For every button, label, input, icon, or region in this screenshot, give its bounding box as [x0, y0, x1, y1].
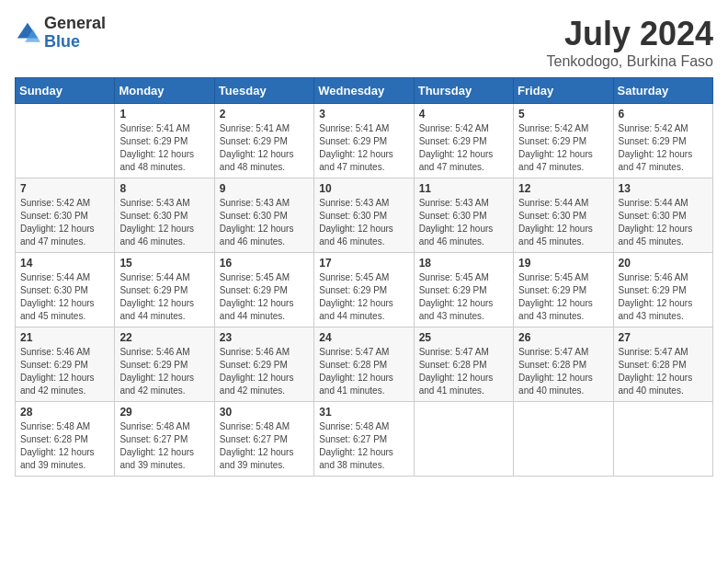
day-number: 16 [220, 257, 309, 270]
day-number: 22 [119, 331, 209, 344]
day-info: Sunrise: 5:41 AM Sunset: 6:29 PM Dayligh… [220, 122, 309, 174]
day-number: 18 [419, 257, 508, 270]
day-info: Sunrise: 5:46 AM Sunset: 6:29 PM Dayligh… [619, 271, 708, 323]
calendar-cell: 6Sunrise: 5:42 AM Sunset: 6:29 PM Daylig… [613, 104, 712, 178]
day-number: 6 [619, 108, 708, 121]
calendar-cell: 7Sunrise: 5:42 AM Sunset: 6:30 PM Daylig… [16, 178, 115, 253]
day-number: 30 [220, 406, 309, 419]
calendar-cell: 5Sunrise: 5:42 AM Sunset: 6:29 PM Daylig… [514, 104, 613, 178]
calendar-cell: 29Sunrise: 5:48 AM Sunset: 6:27 PM Dayli… [115, 402, 214, 477]
day-number: 13 [619, 182, 708, 195]
day-info: Sunrise: 5:46 AM Sunset: 6:29 PM Dayligh… [220, 346, 309, 397]
calendar-week-3: 14Sunrise: 5:44 AM Sunset: 6:30 PM Dayli… [16, 253, 713, 327]
day-info: Sunrise: 5:44 AM Sunset: 6:30 PM Dayligh… [20, 271, 109, 323]
calendar-cell: 15Sunrise: 5:44 AM Sunset: 6:29 PM Dayli… [115, 253, 214, 327]
calendar-table: SundayMondayTuesdayWednesdayThursdayFrid… [15, 77, 713, 477]
day-header-thursday: Thursday [414, 78, 513, 104]
calendar-cell: 30Sunrise: 5:48 AM Sunset: 6:27 PM Dayli… [214, 402, 313, 477]
calendar-week-4: 21Sunrise: 5:46 AM Sunset: 6:29 PM Dayli… [16, 327, 713, 402]
day-number: 2 [220, 108, 309, 121]
day-number: 1 [119, 108, 209, 121]
day-number: 12 [518, 182, 608, 195]
day-header-saturday: Saturday [613, 78, 712, 104]
day-info: Sunrise: 5:42 AM Sunset: 6:29 PM Dayligh… [518, 122, 608, 174]
calendar-cell: 20Sunrise: 5:46 AM Sunset: 6:29 PM Dayli… [613, 253, 712, 327]
day-info: Sunrise: 5:46 AM Sunset: 6:29 PM Dayligh… [119, 346, 209, 397]
calendar-cell: 17Sunrise: 5:45 AM Sunset: 6:29 PM Dayli… [314, 253, 414, 327]
day-number: 9 [220, 182, 309, 195]
day-number: 26 [518, 331, 608, 344]
day-header-wednesday: Wednesday [314, 78, 414, 104]
day-number: 15 [119, 257, 209, 270]
calendar-cell: 13Sunrise: 5:44 AM Sunset: 6:30 PM Dayli… [613, 178, 712, 253]
day-info: Sunrise: 5:48 AM Sunset: 6:28 PM Dayligh… [20, 420, 109, 472]
day-info: Sunrise: 5:47 AM Sunset: 6:28 PM Dayligh… [518, 346, 608, 397]
logo-general-text: General [44, 15, 106, 33]
calendar-cell: 16Sunrise: 5:45 AM Sunset: 6:29 PM Dayli… [214, 253, 313, 327]
day-number: 8 [119, 182, 209, 195]
calendar-cell [613, 402, 712, 477]
main-title: July 2024 [547, 15, 713, 53]
day-info: Sunrise: 5:48 AM Sunset: 6:27 PM Dayligh… [119, 420, 209, 472]
calendar-week-2: 7Sunrise: 5:42 AM Sunset: 6:30 PM Daylig… [16, 178, 713, 253]
calendar-cell: 18Sunrise: 5:45 AM Sunset: 6:29 PM Dayli… [414, 253, 513, 327]
day-header-tuesday: Tuesday [214, 78, 313, 104]
logo-text: General Blue [44, 15, 106, 52]
day-number: 10 [319, 182, 408, 195]
calendar-cell: 12Sunrise: 5:44 AM Sunset: 6:30 PM Dayli… [514, 178, 613, 253]
day-number: 27 [619, 331, 708, 344]
day-header-monday: Monday [115, 78, 214, 104]
day-number: 31 [319, 406, 408, 419]
calendar-cell: 24Sunrise: 5:47 AM Sunset: 6:28 PM Dayli… [314, 327, 414, 402]
day-info: Sunrise: 5:43 AM Sunset: 6:30 PM Dayligh… [220, 197, 309, 248]
day-header-sunday: Sunday [16, 78, 115, 104]
calendar-cell: 3Sunrise: 5:41 AM Sunset: 6:29 PM Daylig… [314, 104, 414, 178]
calendar-cell: 2Sunrise: 5:41 AM Sunset: 6:29 PM Daylig… [214, 104, 313, 178]
day-info: Sunrise: 5:44 AM Sunset: 6:30 PM Dayligh… [518, 197, 608, 248]
calendar-cell [414, 402, 513, 477]
day-info: Sunrise: 5:48 AM Sunset: 6:27 PM Dayligh… [319, 420, 408, 472]
day-info: Sunrise: 5:43 AM Sunset: 6:30 PM Dayligh… [419, 197, 508, 248]
day-number: 20 [619, 257, 708, 270]
day-number: 7 [20, 182, 109, 195]
day-info: Sunrise: 5:45 AM Sunset: 6:29 PM Dayligh… [319, 271, 408, 323]
day-info: Sunrise: 5:48 AM Sunset: 6:27 PM Dayligh… [220, 420, 309, 472]
day-number: 24 [319, 331, 408, 344]
calendar-cell: 8Sunrise: 5:43 AM Sunset: 6:30 PM Daylig… [115, 178, 214, 253]
day-info: Sunrise: 5:42 AM Sunset: 6:30 PM Dayligh… [20, 197, 109, 248]
calendar-cell: 14Sunrise: 5:44 AM Sunset: 6:30 PM Dayli… [16, 253, 115, 327]
day-info: Sunrise: 5:45 AM Sunset: 6:29 PM Dayligh… [419, 271, 508, 323]
day-info: Sunrise: 5:45 AM Sunset: 6:29 PM Dayligh… [518, 271, 608, 323]
calendar-cell: 11Sunrise: 5:43 AM Sunset: 6:30 PM Dayli… [414, 178, 513, 253]
calendar-cell: 28Sunrise: 5:48 AM Sunset: 6:28 PM Dayli… [16, 402, 115, 477]
calendar-cell: 9Sunrise: 5:43 AM Sunset: 6:30 PM Daylig… [214, 178, 313, 253]
day-info: Sunrise: 5:44 AM Sunset: 6:30 PM Dayligh… [619, 197, 708, 248]
calendar-cell: 21Sunrise: 5:46 AM Sunset: 6:29 PM Dayli… [16, 327, 115, 402]
day-info: Sunrise: 5:41 AM Sunset: 6:29 PM Dayligh… [319, 122, 408, 174]
logo: General Blue [15, 15, 106, 52]
day-info: Sunrise: 5:45 AM Sunset: 6:29 PM Dayligh… [220, 271, 309, 323]
calendar-week-5: 28Sunrise: 5:48 AM Sunset: 6:28 PM Dayli… [16, 402, 713, 477]
day-number: 29 [119, 406, 209, 419]
calendar-cell: 4Sunrise: 5:42 AM Sunset: 6:29 PM Daylig… [414, 104, 513, 178]
calendar-cell: 27Sunrise: 5:47 AM Sunset: 6:28 PM Dayli… [613, 327, 712, 402]
day-info: Sunrise: 5:47 AM Sunset: 6:28 PM Dayligh… [419, 346, 508, 397]
day-info: Sunrise: 5:43 AM Sunset: 6:30 PM Dayligh… [319, 197, 408, 248]
title-area: July 2024 Tenkodogo, Burkina Faso [547, 15, 713, 70]
logo-blue-text: Blue [44, 33, 106, 52]
logo-icon [15, 20, 40, 46]
subtitle: Tenkodogo, Burkina Faso [547, 53, 713, 70]
calendar-cell [16, 104, 115, 178]
day-info: Sunrise: 5:41 AM Sunset: 6:29 PM Dayligh… [119, 122, 209, 174]
day-info: Sunrise: 5:44 AM Sunset: 6:29 PM Dayligh… [119, 271, 209, 323]
day-number: 5 [518, 108, 608, 121]
calendar-cell: 25Sunrise: 5:47 AM Sunset: 6:28 PM Dayli… [414, 327, 513, 402]
calendar-cell: 19Sunrise: 5:45 AM Sunset: 6:29 PM Dayli… [514, 253, 613, 327]
calendar-cell: 1Sunrise: 5:41 AM Sunset: 6:29 PM Daylig… [115, 104, 214, 178]
day-number: 14 [20, 257, 109, 270]
day-info: Sunrise: 5:43 AM Sunset: 6:30 PM Dayligh… [119, 197, 209, 248]
header: General Blue July 2024 Tenkodogo, Burkin… [15, 15, 713, 70]
day-number: 21 [20, 331, 109, 344]
day-info: Sunrise: 5:42 AM Sunset: 6:29 PM Dayligh… [619, 122, 708, 174]
day-number: 19 [518, 257, 608, 270]
